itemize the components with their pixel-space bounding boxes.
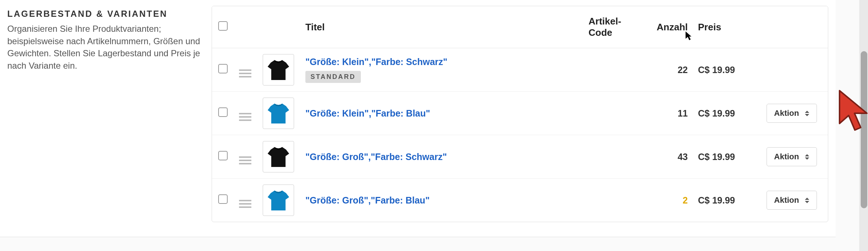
action-button[interactable]: Aktion <box>767 147 817 166</box>
header-select-all[interactable] <box>212 6 234 48</box>
scrollbar-thumb[interactable] <box>861 51 867 208</box>
price-value: C$ 19.99 <box>693 179 755 222</box>
tshirt-icon <box>266 57 291 83</box>
sidebar: LAGERBESTAND & VARIANTEN Organisieren Si… <box>7 6 201 222</box>
drag-handle-icon[interactable] <box>239 200 251 208</box>
row-checkbox[interactable] <box>218 107 228 117</box>
header-title: Titel <box>300 6 583 48</box>
tshirt-icon <box>266 100 291 126</box>
header-price: Preis <box>693 6 755 48</box>
drag-handle-icon[interactable] <box>239 156 251 164</box>
table-row: "Größe: Groß","Farbe: Blau"2C$ 19.99 Akt… <box>212 179 828 222</box>
thumbnail[interactable] <box>263 185 294 216</box>
row-checkbox[interactable] <box>218 64 228 73</box>
thumbnail[interactable] <box>263 54 294 85</box>
action-button-label: Aktion <box>774 195 799 205</box>
table-row: "Größe: Klein","Farbe: Schwarz"STANDARD2… <box>212 48 828 92</box>
drag-handle-icon[interactable] <box>239 69 251 77</box>
variant-title-link[interactable]: "Größe: Klein","Farbe: Blau" <box>305 108 430 118</box>
action-button-label: Aktion <box>774 152 799 161</box>
row-checkbox[interactable] <box>218 194 228 204</box>
variant-title-link[interactable]: "Größe: Klein","Farbe: Schwarz" <box>305 57 447 67</box>
chevron-updown-icon <box>805 154 809 160</box>
quantity-value: 43 <box>649 135 693 179</box>
article-code <box>583 92 649 135</box>
variants-table: Titel Artikel-Code Anzahl Preis "Größe: … <box>212 6 828 222</box>
chevron-updown-icon <box>805 111 809 116</box>
quantity-value: 2 <box>649 179 693 222</box>
quantity-value: 11 <box>649 92 693 135</box>
action-button[interactable]: Aktion <box>767 104 817 123</box>
scrollbar-track[interactable] <box>859 0 868 251</box>
thumbnail[interactable] <box>263 98 294 129</box>
tshirt-icon <box>266 187 291 213</box>
price-value: C$ 19.99 <box>693 92 755 135</box>
table-row: "Größe: Klein","Farbe: Blau"11C$ 19.99 A… <box>212 92 828 135</box>
header-thumb <box>256 6 300 48</box>
article-code <box>583 48 649 92</box>
chevron-updown-icon <box>805 198 809 203</box>
action-button[interactable]: Aktion <box>767 191 817 210</box>
header-drag <box>234 6 256 48</box>
article-code <box>583 179 649 222</box>
section-heading: LAGERBESTAND & VARIANTEN <box>7 9 201 19</box>
header-qty: Anzahl <box>649 6 693 48</box>
action-button-label: Aktion <box>774 109 799 118</box>
price-value: C$ 19.99 <box>693 48 755 92</box>
standard-badge: STANDARD <box>305 71 361 83</box>
drag-handle-icon[interactable] <box>239 113 251 121</box>
quantity-value: 22 <box>649 48 693 92</box>
section-description: Organisieren Sie Ihre Produktvarianten; … <box>7 23 201 72</box>
price-value: C$ 19.99 <box>693 135 755 179</box>
tshirt-icon <box>266 144 291 170</box>
table-row: "Größe: Groß","Farbe: Schwarz"43C$ 19.99… <box>212 135 828 179</box>
variant-title-link[interactable]: "Größe: Groß","Farbe: Blau" <box>305 195 430 205</box>
row-checkbox[interactable] <box>218 151 228 160</box>
variant-title-link[interactable]: "Größe: Groß","Farbe: Schwarz" <box>305 152 447 162</box>
header-code: Artikel-Code <box>583 6 649 48</box>
checkbox-select-all[interactable] <box>218 21 228 31</box>
thumbnail[interactable] <box>263 141 294 172</box>
article-code <box>583 135 649 179</box>
header-action <box>755 6 828 48</box>
